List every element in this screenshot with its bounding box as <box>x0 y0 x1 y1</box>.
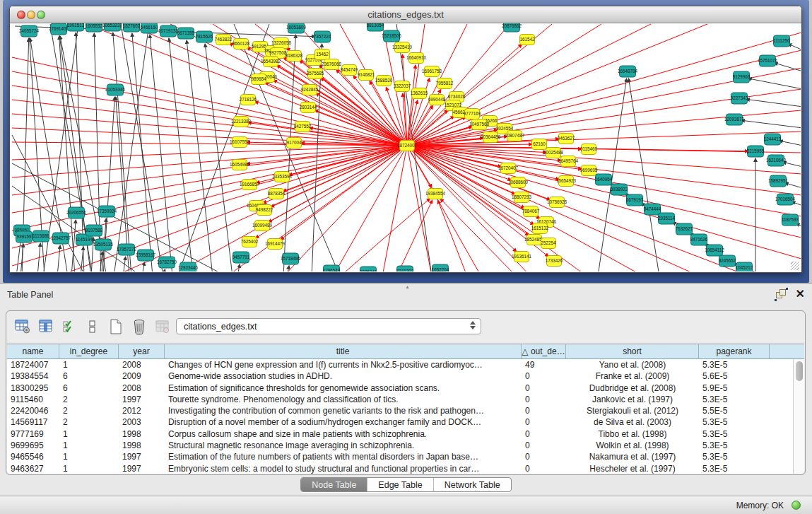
graph-node[interactable]: 989684 <box>251 74 266 85</box>
graph-node[interactable]: 15654923 <box>556 176 577 187</box>
graph-node[interactable]: 10807487 <box>505 131 525 141</box>
column-header-year[interactable]: year <box>119 344 165 358</box>
table-row[interactable]: 1872400712008Changes of HCN gene express… <box>7 359 793 370</box>
graph-node[interactable]: 1991513 <box>67 23 85 31</box>
table-row[interactable]: 946362711997Embryonic stem cells: a mode… <box>7 463 793 474</box>
tab-edge-table[interactable]: Edge Table <box>367 478 433 491</box>
graph-node[interactable]: 16961758 <box>422 66 442 77</box>
graph-node[interactable]: 1527602 <box>123 23 141 32</box>
table-row[interactable]: 1456911722003Disruption of a novel membe… <box>7 416 793 428</box>
table-settings-icon[interactable] <box>13 317 32 336</box>
vertical-scrollbar[interactable] <box>793 359 804 474</box>
table-row[interactable]: 946554611997Estimation of the future num… <box>7 451 793 462</box>
graph-node[interactable]: 9245652 <box>719 255 736 267</box>
graph-node[interactable]: 161542 <box>519 35 535 45</box>
graph-node[interactable]: 5938923 <box>611 184 628 195</box>
graph-node[interactable]: 16210643 <box>766 155 787 166</box>
graph-node[interactable]: 16720407 <box>498 163 519 174</box>
table-row[interactable]: 977716911998Corpus callosum shape and si… <box>7 428 793 440</box>
graph-node[interactable]: 6466160 <box>141 23 158 33</box>
graph-node[interactable]: 9777169 <box>464 109 481 119</box>
graph-node[interactable]: 19384554 <box>425 189 446 199</box>
graph-node[interactable]: 6679197 <box>626 194 644 206</box>
graph-node[interactable]: 13325419 <box>392 42 413 53</box>
graph-node[interactable]: 17016504 <box>775 194 796 205</box>
graph-node[interactable]: 8454749 <box>341 65 358 76</box>
graph-node[interactable]: 1640954 <box>595 174 613 185</box>
graph-node[interactable]: 16107553 <box>230 137 250 148</box>
graph-node[interactable]: 13226058 <box>271 38 292 49</box>
graph-node[interactable]: 7884067 <box>522 206 540 217</box>
graph-node[interactable]: 16053809 <box>286 23 307 33</box>
graph-node[interactable]: 7625402 <box>241 237 259 247</box>
graph-node[interactable]: 1362615 <box>411 88 428 99</box>
graph-node[interactable]: 9498222 <box>256 205 273 216</box>
select-checklist-icon[interactable] <box>60 317 78 336</box>
table-row[interactable]: 911546021997Tourette syndrome. Phenomeno… <box>7 394 793 405</box>
scrollbar-thumb[interactable] <box>796 361 803 381</box>
graph-node[interactable]: 1588520 <box>375 76 393 86</box>
column-header-name[interactable]: name <box>7 344 59 358</box>
graph-node[interactable]: 15718485 <box>281 253 301 264</box>
graph-node[interactable]: 9227343 <box>731 93 748 104</box>
graph-node[interactable]: 8186328 <box>286 51 303 62</box>
float-panel-icon[interactable] <box>776 289 787 300</box>
graph-node[interactable]: 24055724 <box>19 25 40 37</box>
graph-node[interactable]: 9242845 <box>301 85 319 95</box>
column-visibility-icon[interactable] <box>37 317 55 336</box>
graph-node[interactable]: 917004 <box>286 138 302 148</box>
graph-node[interactable]: 9457791 <box>233 252 250 263</box>
graph-node[interactable]: 20876862 <box>502 23 522 32</box>
graph-node[interactable]: 2803144 <box>300 103 317 113</box>
graph-node[interactable]: 3322037 <box>394 81 411 92</box>
table-select-combo[interactable]: citations_edges.txt <box>176 318 481 334</box>
graph-node[interactable]: 15462 <box>315 49 330 60</box>
graph-node[interactable]: 13353594 <box>272 172 293 182</box>
graph-node[interactable]: 8215955 <box>747 146 765 157</box>
graph-node[interactable]: 1052204 <box>432 264 449 271</box>
column-header-pagerank[interactable]: pagerank <box>699 344 770 358</box>
delete-trash-icon[interactable] <box>130 317 148 336</box>
graph-node[interactable]: 939159 <box>16 231 33 243</box>
graph-hub-node[interactable]: 18724007 <box>397 141 418 151</box>
graph-node[interactable]: 1733426 <box>546 256 563 267</box>
graph-node[interactable]: 7955812 <box>436 78 454 89</box>
graph-node[interactable]: 8660128 <box>233 39 250 49</box>
graph-node[interactable]: 62160 <box>532 139 547 150</box>
column-header-in_degree[interactable]: in_degree <box>59 344 119 358</box>
graph-node[interactable]: 18807293 <box>512 192 532 203</box>
table-row[interactable]: 969969511998Structural magnetic resonanc… <box>7 440 793 451</box>
graph-node[interactable]: 16782759 <box>157 257 177 268</box>
graph-node[interactable]: 10654112 <box>705 245 724 256</box>
graph-node[interactable]: 10497568 <box>469 119 490 130</box>
window-titlebar[interactable]: citations_edges.txt <box>10 6 801 23</box>
graph-node[interactable]: 15892951 <box>768 175 789 187</box>
graph-node[interactable]: 9699695 <box>580 165 598 176</box>
graph-node[interactable]: 9129966 <box>733 71 751 83</box>
graph-node[interactable]: 9115460 <box>580 144 598 155</box>
graph-node[interactable]: 16543982 <box>261 57 281 67</box>
graph-node[interactable]: 7741203 <box>396 266 414 271</box>
graph-node[interactable]: 1296549 <box>323 265 341 271</box>
close-panel-icon[interactable]: ✕ <box>796 288 805 300</box>
graph-node[interactable]: 17359924 <box>97 206 117 217</box>
graph-node[interactable]: 7815526 <box>196 31 213 42</box>
tab-network-table[interactable]: Network Table <box>433 478 511 491</box>
graph-node[interactable]: 12942757 <box>51 233 71 244</box>
graph-node[interactable]: 20206556 <box>66 207 87 218</box>
graph-node[interactable]: 7632621 <box>676 223 693 235</box>
graph-node[interactable]: 15218506 <box>382 30 402 42</box>
graph-node[interactable]: 9197588 <box>86 225 103 236</box>
graph-node[interactable]: 1187533 <box>782 214 799 226</box>
graph-node[interactable]: 8813054 <box>367 23 384 31</box>
table-row[interactable]: 2242004622012Investigating the contribut… <box>7 405 793 416</box>
graph-node[interactable]: 7463822 <box>215 35 233 45</box>
network-canvas[interactable]: 7463822866012859129543827509132260589927… <box>11 23 801 271</box>
graph-node[interactable]: 12923446 <box>178 262 199 271</box>
graph-node[interactable]: 19166857 <box>240 180 260 190</box>
canvas-resize-grip[interactable] <box>791 262 799 270</box>
graph-node[interactable]: 6990448 <box>428 95 446 105</box>
graph-node[interactable]: 13505135 <box>93 239 114 250</box>
graph-node[interactable]: 16648784 <box>618 66 638 77</box>
memory-status-icon[interactable] <box>792 501 801 510</box>
